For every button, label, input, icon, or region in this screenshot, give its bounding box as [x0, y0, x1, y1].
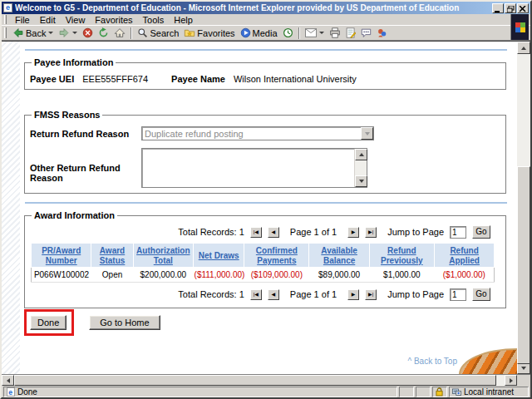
minimize-button[interactable]: [492, 3, 504, 13]
go-button[interactable]: Go: [472, 288, 490, 301]
first-page-button[interactable]: |◀: [250, 227, 262, 238]
header-authorization-total: Authorization Total: [133, 244, 193, 268]
restore-button[interactable]: [505, 3, 516, 13]
return-refund-reason-label: Return Refund Reason: [30, 129, 130, 139]
previous-page-button[interactable]: ◀: [268, 289, 279, 300]
page-info-label: Page 1 of 1: [290, 227, 337, 237]
scroll-left-icon[interactable]: [2, 375, 14, 386]
refresh-button[interactable]: [96, 27, 111, 40]
table-row: P066W100002 Open $200,000.00 ($111,000.0…: [32, 268, 495, 283]
page-info-label: Page 1 of 1: [290, 289, 337, 299]
stop-button[interactable]: [80, 27, 96, 40]
media-button[interactable]: Media: [238, 27, 280, 40]
title-bar: e Welcome to G5 - Department of Educatio…: [2, 2, 530, 14]
history-button[interactable]: [280, 27, 296, 40]
payee-uei-label: Payee UEI: [30, 74, 74, 84]
scroll-up-icon[interactable]: [517, 42, 530, 54]
media-label: Media: [253, 28, 278, 38]
done-button[interactable]: Done: [30, 315, 66, 330]
scrollbar-corner: [517, 375, 530, 386]
go-button[interactable]: Go: [472, 225, 490, 239]
next-page-button[interactable]: ▶: [347, 227, 359, 238]
back-arrow-icon: [12, 27, 24, 38]
menu-favorites[interactable]: Favorites: [90, 15, 137, 25]
textarea-scrollbar[interactable]: [354, 149, 367, 187]
other-return-refund-reason-textarea[interactable]: [141, 148, 367, 188]
cell-authorization-total: $200,000.00: [133, 268, 193, 283]
discuss-button[interactable]: [358, 27, 374, 40]
svg-text:e: e: [8, 388, 12, 397]
mail-dropdown-icon[interactable]: [319, 32, 324, 34]
sort-link[interactable]: Refund Previously: [381, 246, 423, 265]
status-bar: e Done Local intranet: [2, 386, 530, 397]
web-page: Payee Information Payee UEI EEE555FFF674…: [2, 42, 517, 374]
back-button[interactable]: Back: [10, 27, 56, 40]
sort-link[interactable]: Refund Applied: [449, 246, 480, 265]
menu-edit[interactable]: Edit: [35, 15, 61, 25]
sort-link[interactable]: Authorization Total: [136, 246, 190, 265]
mail-button[interactable]: [303, 27, 327, 40]
menubar-grip[interactable]: [4, 15, 7, 23]
toolbar-grip[interactable]: [4, 27, 7, 39]
sort-link[interactable]: PR/Award Number: [42, 246, 81, 265]
next-page-button[interactable]: ▶: [347, 289, 359, 300]
jump-to-page-input[interactable]: [450, 226, 466, 239]
vertical-scrollbar-thumb[interactable]: [517, 166, 530, 364]
horizontal-scrollbar-thumb[interactable]: [14, 375, 496, 386]
header-refund-previously: Refund Previously: [369, 244, 434, 268]
ie-page-icon: e: [3, 3, 12, 12]
sort-link[interactable]: Net Draws: [199, 251, 239, 260]
return-refund-reason-select[interactable]: Duplicate refund posting: [141, 126, 374, 140]
previous-page-button[interactable]: ◀: [268, 227, 279, 238]
jump-to-page-label: Jump to Page: [387, 289, 444, 299]
home-button[interactable]: [111, 27, 128, 40]
jump-to-page-input[interactable]: [450, 288, 466, 301]
last-page-button[interactable]: ▶|: [365, 289, 377, 300]
scroll-down-icon[interactable]: [355, 175, 367, 187]
left-pattern-strip: [2, 42, 20, 374]
cell-refund-previously: $1,000.00: [369, 268, 434, 283]
horizontal-scrollbar[interactable]: [2, 374, 530, 386]
back-to-top-link[interactable]: ^ Back to Top: [407, 357, 457, 366]
header-pr-award-number: PR/Award Number: [32, 244, 91, 268]
sort-link[interactable]: Available Balance: [321, 246, 357, 265]
other-return-refund-reason-label: Other Return Refund Reason: [30, 163, 130, 183]
messenger-button[interactable]: [374, 27, 390, 40]
vertical-scrollbar[interactable]: [517, 42, 530, 374]
close-button[interactable]: [517, 3, 529, 13]
search-button[interactable]: Search: [135, 27, 181, 40]
favorites-button[interactable]: Favorites: [181, 27, 237, 40]
edit-button[interactable]: [343, 27, 358, 40]
print-button[interactable]: [327, 27, 343, 40]
lock-pane: [432, 387, 447, 397]
last-page-button[interactable]: ▶|: [365, 227, 377, 238]
total-records-label: Total Records: 1: [178, 289, 244, 299]
payee-name-label: Payee Name: [171, 74, 225, 84]
scroll-up-icon[interactable]: [355, 149, 367, 160]
forward-arrow-icon: [58, 27, 70, 38]
total-records-label: Total Records: 1: [178, 227, 244, 237]
horizontal-scrollbar-track[interactable]: [496, 375, 505, 386]
menu-view[interactable]: View: [61, 15, 91, 25]
toolbar-separator: [131, 27, 132, 39]
window-title: Welcome to G5 - Department of Education …: [15, 3, 491, 12]
forward-button[interactable]: [56, 27, 80, 40]
go-to-home-button[interactable]: Go to Home: [89, 315, 160, 330]
back-dropdown-icon[interactable]: [48, 32, 53, 34]
sort-link[interactable]: Award Status: [100, 246, 126, 265]
forward-dropdown-icon[interactable]: [72, 32, 77, 34]
menu-tools[interactable]: Tools: [138, 15, 170, 25]
toolbar-separator: [298, 27, 300, 39]
header-available-balance: Available Balance: [309, 244, 369, 268]
first-page-button[interactable]: |◀: [250, 289, 262, 300]
other-return-refund-reason-row: Other Return Refund Reason: [30, 148, 499, 188]
status-pane-empty: [416, 387, 431, 397]
refresh-icon: [98, 27, 109, 38]
menu-file[interactable]: File: [10, 15, 35, 25]
select-dropdown-button[interactable]: [361, 127, 373, 140]
sort-link[interactable]: Confirmed Payments: [256, 246, 298, 265]
menu-help[interactable]: Help: [169, 15, 198, 25]
scroll-right-icon[interactable]: [505, 375, 517, 386]
local-intranet-icon: [452, 387, 461, 397]
ie-throbber-logo: [510, 14, 529, 40]
